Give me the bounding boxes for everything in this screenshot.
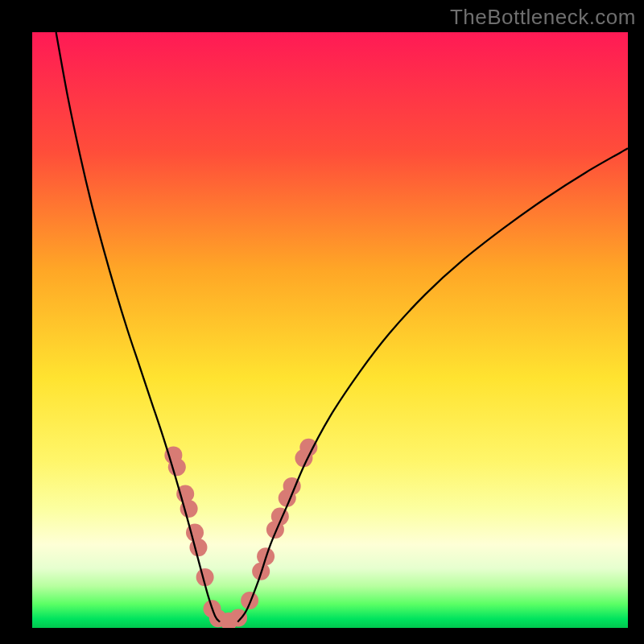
data-marker <box>299 439 317 456</box>
data-marker <box>189 539 207 556</box>
chart-frame: TheBottleneck.com <box>0 0 644 644</box>
data-marker <box>229 609 247 626</box>
bottleneck-chart <box>0 0 644 644</box>
data-marker <box>241 592 258 609</box>
watermark-text: TheBottleneck.com <box>450 5 636 30</box>
plot-background <box>32 32 628 628</box>
